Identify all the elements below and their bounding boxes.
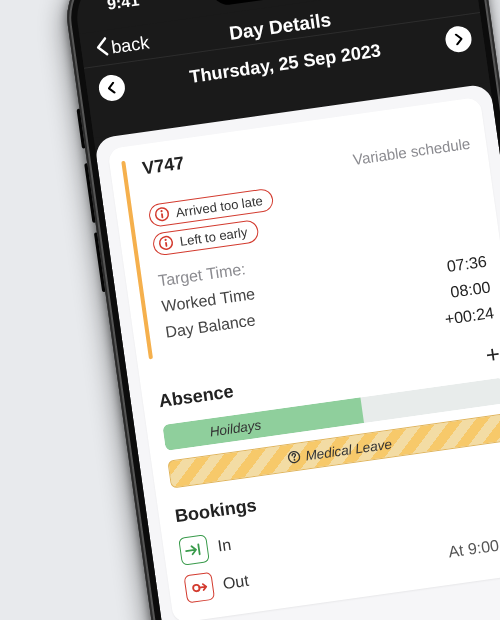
- svg-rect-10: [161, 213, 163, 218]
- prev-day-button[interactable]: [97, 73, 126, 102]
- help-icon: [287, 449, 303, 465]
- info-icon: [157, 234, 175, 252]
- booking-time: At 9:00 AM: [447, 533, 500, 562]
- clock-in-icon: [178, 534, 210, 566]
- status-time: 9:41: [106, 0, 140, 14]
- bar-label: Medical Leave: [304, 436, 392, 463]
- info-icon: [153, 205, 171, 223]
- schedule-type: Variable schedule: [349, 113, 471, 168]
- day-card: V747 Variable schedule Arrived too late: [107, 97, 500, 620]
- svg-point-12: [164, 239, 166, 241]
- schedule-code: V747: [141, 153, 186, 180]
- booking-label: Out: [222, 572, 250, 593]
- back-button[interactable]: back: [94, 30, 151, 61]
- next-day-button[interactable]: [444, 25, 473, 54]
- back-label: back: [110, 32, 151, 58]
- svg-point-15: [294, 459, 296, 461]
- section-heading: Absence: [158, 381, 235, 412]
- flag-label: Left to early: [179, 224, 248, 248]
- content-sheet: V747 Variable schedule Arrived too late: [94, 83, 500, 620]
- add-absence-button[interactable]: +: [484, 340, 500, 370]
- chevron-left-icon: [94, 36, 111, 62]
- svg-rect-13: [165, 242, 167, 247]
- flag-label: Arrived too late: [175, 193, 264, 220]
- clock-out-icon: [183, 572, 215, 604]
- booking-label: In: [217, 536, 233, 556]
- svg-point-9: [160, 210, 162, 212]
